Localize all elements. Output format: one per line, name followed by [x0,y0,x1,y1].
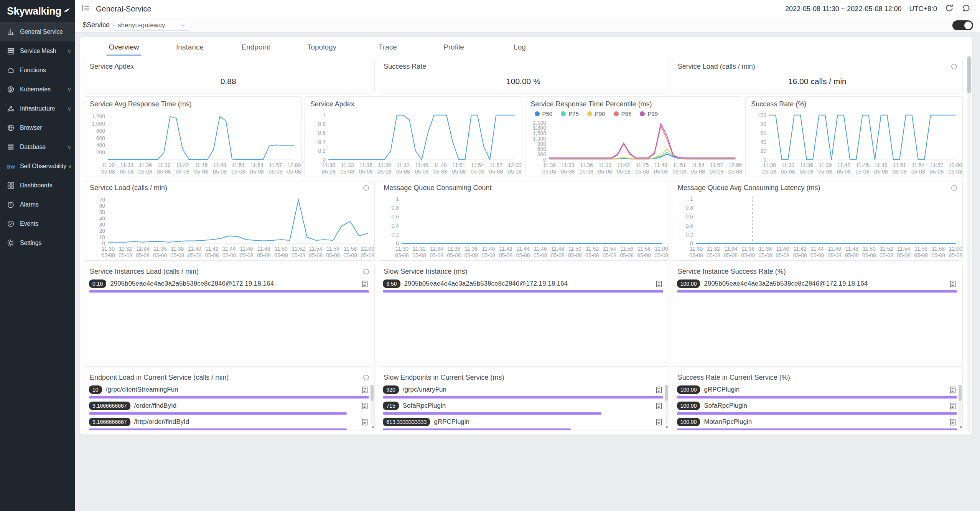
copy-icon[interactable] [655,418,663,426]
tab-overview[interactable]: Overview [91,41,157,56]
time-range[interactable]: 2022-05-08 11:30 ~ 2022-05-08 12:00 [785,5,901,13]
copy-icon[interactable] [655,385,663,394]
legend-item-p50[interactable]: P50 [535,111,553,117]
tab-log[interactable]: Log [487,41,553,56]
sidebar-item-dashboards[interactable]: Dashboards [0,176,75,195]
copy-icon[interactable] [949,402,957,410]
list-item[interactable]: 10 /grpc/clientStreamingFun [84,382,374,399]
reload-icon[interactable] [962,3,971,15]
svg-text:1,200: 1,200 [532,136,546,142]
sidebar-item-infrastructure[interactable]: Infrastructure ∨ [0,99,75,118]
edit-mode-toggle[interactable] [952,20,973,30]
tab-profile[interactable]: Profile [421,41,487,56]
copy-icon[interactable] [655,402,663,410]
svg-text:11:39: 11:39 [157,162,170,168]
copy-icon[interactable] [949,385,957,394]
refresh-icon[interactable] [945,3,954,15]
load-bar [383,428,570,430]
svg-text:05-08: 05-08 [176,169,189,175]
copy-icon[interactable] [361,418,369,426]
collapse-menu-icon[interactable] [81,3,91,14]
sidebar-item-settings[interactable]: Settings [0,233,75,253]
list-item[interactable]: 9.1666666667 /http/order/findById [84,415,374,430]
sidebar-item-self-observability[interactable]: Sw Self Observability ∨ [0,157,75,176]
info-icon[interactable] [362,374,370,381]
info-icon[interactable] [362,268,370,275]
line-chart: 2004006008001,0001,20011:3005-0811:3305-… [84,109,301,177]
sidebar-item-alarms[interactable]: Alarms [0,195,75,214]
svg-text:11:30: 11:30 [395,246,408,252]
info-icon[interactable] [950,184,958,192]
svg-text:11:50: 11:50 [863,246,876,252]
copy-icon[interactable] [361,402,369,410]
list-item[interactable]: 3.50 2905b05eae4e4ae3a2a5b538ce8c2846@17… [378,276,668,293]
scroll-down-arrow[interactable]: ▾ [665,425,668,430]
tab-instance[interactable]: Instance [157,41,223,56]
info-icon[interactable] [362,184,370,192]
svg-text:05-08: 05-08 [395,252,409,258]
list-item[interactable]: 9.1666666667 /order/findById [84,399,374,415]
svg-text:0.8: 0.8 [392,205,399,211]
card-scrollbar[interactable] [665,385,668,424]
legend-item-p90[interactable]: P90 [587,111,605,117]
main-area: General-Service 2022-05-08 11:30 ~ 2022-… [75,0,980,511]
info-icon[interactable] [950,63,958,70]
value-badge: 100.00 [677,385,700,394]
svg-text:11:34: 11:34 [724,246,737,252]
svg-text:05-08: 05-08 [430,252,444,258]
svg-text:05-08: 05-08 [222,252,236,258]
card-scrollbar-thumb[interactable] [665,385,668,401]
svg-text:05-08: 05-08 [194,169,208,175]
svg-text:11:42: 11:42 [176,162,189,168]
legend-item-p75[interactable]: P75 [561,111,579,117]
list-item[interactable]: 100.00 MotanRpcPlugin [672,415,962,430]
svg-text:05-08: 05-08 [464,252,478,258]
legend-item-p99[interactable]: P99 [640,111,658,117]
svg-text:80: 80 [761,121,767,127]
list-item[interactable]: 920 /grpc/unaryFun [378,382,668,399]
card-scrollbar-thumb[interactable] [371,385,374,401]
panel-scrollbar[interactable] [967,56,971,432]
sidebar-item-functions[interactable]: Functions [0,61,75,80]
scroll-down-arrow[interactable]: ▾ [372,425,374,430]
card-scrollbar[interactable] [371,385,374,424]
svg-text:800: 800 [96,128,105,134]
sidebar-item-events[interactable]: Events [0,214,75,233]
copy-icon[interactable] [655,279,663,288]
list-item[interactable]: 100.00 2905b05eae4e4ae3a2a5b538ce8c2846@… [672,276,962,293]
sidebar-item-kubernetes[interactable]: Kubernetes ∨ [0,80,75,99]
timezone-label[interactable]: UTC+8:0 [909,5,937,13]
svg-text:400: 400 [96,142,105,148]
panel-scrollbar-thumb[interactable] [967,56,971,93]
card-scrollbar-thumb[interactable] [959,385,962,401]
svg-text:1,200: 1,200 [92,113,105,119]
list-item[interactable]: 100.00 gRPCPlugin [672,382,962,399]
copy-icon[interactable] [361,385,369,394]
load-bar [383,290,663,293]
sidebar-item-database[interactable]: Database ∨ [0,137,75,157]
list-item[interactable]: 613.3333333333 gRPCPlugin [378,415,668,430]
scroll-down-arrow[interactable]: ▾ [959,425,962,430]
tab-topology[interactable]: Topology [289,41,355,56]
sidebar-item-general-service[interactable]: General Service [0,22,75,41]
svg-text:11:48: 11:48 [551,246,564,252]
card-title: Message Queue Consuming Count [384,184,491,192]
legend-item-p95[interactable]: P95 [614,111,632,117]
sidebar-item-browser[interactable]: Browser [0,118,75,137]
svg-text:11:42: 11:42 [397,162,410,168]
stat-value: 100.00% [378,77,668,86]
copy-icon[interactable] [949,279,957,288]
card-scrollbar[interactable] [959,385,962,424]
copy-icon[interactable] [361,279,369,288]
svg-text:0.8: 0.8 [685,205,693,211]
service-select[interactable]: shenyu-gateway [114,20,190,31]
list-item[interactable]: 715 SofaRpcPlugin [378,399,668,415]
value-badge: 10 [89,385,102,394]
copy-icon[interactable] [949,418,957,426]
sidebar-item-service-mesh[interactable]: Service Mesh ∨ [0,41,75,61]
tab-trace[interactable]: Trace [355,41,421,56]
list-item[interactable]: 100.00 SofaRpcPlugin [672,399,962,415]
list-item[interactable]: 0.16 2905b05eae4e4ae3a2a5b538ce8c2846@17… [84,276,374,293]
tab-endpoint[interactable]: Endpoint [223,41,289,56]
skywalking-logo[interactable]: Skywalking [0,0,75,22]
